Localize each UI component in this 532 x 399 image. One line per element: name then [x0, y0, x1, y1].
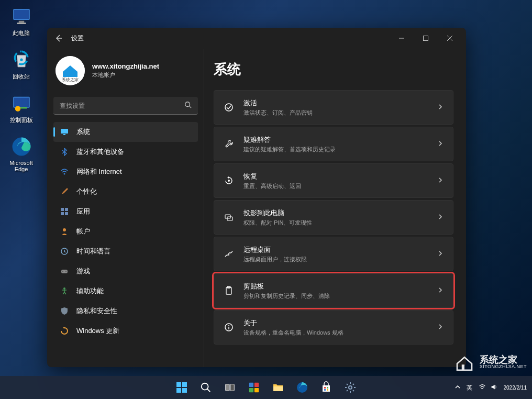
settings-taskbar-button[interactable] [340, 377, 361, 398]
watermark-url: XITONGZHIJIA.NET [480, 364, 527, 369]
svg-rect-49 [230, 384, 234, 391]
svg-rect-44 [176, 388, 181, 393]
chevron-right-icon [437, 286, 444, 295]
back-button[interactable] [51, 31, 66, 46]
settings-card-troubleshoot[interactable]: 疑难解答 建议的疑难解答、首选项和历史记录 [214, 127, 453, 161]
store-button[interactable] [316, 377, 337, 398]
settings-card-about[interactable]: 关于 设备规格，重命名电脑，Windows 规格 [214, 310, 453, 345]
sidebar-item-system[interactable]: 系统 [53, 122, 198, 142]
sidebar-item-windows-update[interactable]: Windows 更新 [53, 321, 198, 341]
chevron-right-icon [437, 249, 444, 259]
settings-card-remote-desktop[interactable]: 远程桌面 远程桌面用户，连接权限 [214, 237, 453, 271]
minimize-button[interactable] [390, 30, 414, 47]
desktop-icon-label: 回收站 [13, 73, 30, 81]
tray-chevron-up-icon[interactable] [455, 384, 460, 391]
svg-rect-23 [65, 208, 68, 211]
search-input[interactable] [60, 102, 184, 109]
task-view-button[interactable] [219, 377, 240, 398]
svg-rect-58 [324, 389, 326, 391]
card-subtitle: 建议的疑难解答、首选项和历史记录 [243, 146, 437, 153]
close-button[interactable] [438, 30, 462, 47]
svg-rect-20 [63, 134, 65, 135]
chevron-right-icon [437, 139, 444, 149]
svg-rect-51 [254, 383, 259, 387]
system-tray[interactable]: 英 2022/2/11 [455, 383, 527, 392]
sidebar-item-accessibility[interactable]: 辅助功能 [53, 281, 198, 301]
update-icon [60, 326, 69, 336]
clock-icon [60, 247, 69, 256]
profile[interactable]: 系统之家 www.xitongzhijia.net 本地帐户 [53, 49, 198, 95]
sidebar-item-privacy[interactable]: 隐私和安全性 [53, 301, 198, 321]
control-panel-icon [10, 92, 32, 114]
wifi-tray-icon[interactable] [479, 383, 486, 392]
desktop-icon-recycle-bin[interactable]: 回收站 [4, 49, 38, 81]
ime-indicator[interactable]: 英 [467, 384, 472, 392]
svg-rect-3 [17, 23, 26, 24]
svg-rect-41 [461, 364, 464, 370]
card-title: 疑难解答 [243, 135, 437, 145]
sidebar-item-accounts[interactable]: 帐户 [53, 221, 198, 241]
volume-tray-icon[interactable] [490, 383, 497, 392]
window-title: 设置 [71, 34, 84, 43]
profile-subtitle: 本地帐户 [92, 71, 159, 79]
chevron-right-icon [437, 213, 444, 222]
sidebar-item-gaming[interactable]: 游戏 [53, 261, 198, 281]
svg-point-46 [202, 383, 208, 390]
edge-taskbar-button[interactable] [292, 377, 313, 398]
game-icon [60, 267, 69, 276]
wifi-icon [60, 167, 69, 176]
svg-rect-53 [254, 388, 259, 392]
start-button[interactable] [171, 377, 192, 398]
card-title: 激活 [243, 98, 437, 108]
svg-rect-45 [182, 388, 187, 393]
card-title: 剪贴板 [243, 282, 437, 291]
svg-rect-6 [14, 98, 29, 107]
watermark-brand: 系统之家 [480, 355, 527, 364]
sidebar-item-time-language[interactable]: 时间和语言 [53, 241, 198, 261]
sidebar-item-label: 辅助功能 [76, 286, 104, 296]
desktop-icon-this-pc[interactable]: 此电脑 [4, 5, 38, 37]
file-explorer-button[interactable] [268, 377, 289, 398]
svg-rect-24 [61, 212, 64, 215]
svg-point-7 [15, 106, 20, 112]
card-title: 恢复 [243, 172, 437, 181]
settings-card-projecting[interactable]: 投影到此电脑 权限、配对 PIN、可发现性 [214, 200, 453, 235]
desktop-icon-edge[interactable]: Microsoft Edge [4, 136, 38, 172]
desktop-icon-control-panel[interactable]: 控制面板 [4, 92, 38, 124]
desktop-icon-label: 控制面板 [10, 116, 33, 124]
watermark: 系统之家 XITONGZHIJIA.NET [453, 351, 527, 373]
desktop-icon-label: 此电脑 [13, 29, 30, 37]
svg-rect-28 [61, 270, 68, 273]
tray-date[interactable]: 2022/2/11 [504, 385, 527, 391]
widgets-button[interactable] [243, 377, 264, 398]
svg-point-21 [64, 173, 65, 175]
sidebar-item-network[interactable]: 网络和 Internet [53, 162, 198, 182]
svg-rect-57 [327, 387, 328, 389]
profile-name: www.xitongzhijia.net [92, 62, 159, 70]
svg-line-18 [190, 106, 192, 108]
sidebar: 系统之家 www.xitongzhijia.net 本地帐户 系统蓝牙和其他设备… [47, 49, 204, 367]
settings-card-clipboard[interactable]: 剪贴板 剪切和复制历史记录、同步、清除 [214, 273, 453, 308]
sidebar-item-label: 网络和 Internet [76, 167, 122, 176]
sidebar-item-apps[interactable]: 应用 [53, 202, 198, 221]
sidebar-item-personalization[interactable]: 个性化 [53, 182, 198, 202]
chevron-right-icon [437, 103, 444, 112]
avatar: 系统之家 [56, 56, 85, 85]
edge-icon [10, 136, 32, 158]
chevron-right-icon [437, 323, 444, 332]
check-icon [224, 102, 234, 113]
sidebar-item-label: 帐户 [76, 227, 90, 236]
maximize-button[interactable] [414, 30, 438, 47]
settings-card-recovery[interactable]: 恢复 重置、高级启动、返回 [214, 163, 453, 198]
search-box[interactable] [53, 97, 198, 115]
sidebar-item-bluetooth[interactable]: 蓝牙和其他设备 [53, 142, 198, 162]
svg-point-60 [349, 386, 352, 389]
svg-point-31 [63, 287, 65, 290]
svg-rect-59 [327, 389, 328, 391]
info-icon [224, 322, 234, 332]
brush-icon [60, 187, 69, 196]
search-taskbar-button[interactable] [195, 377, 216, 398]
settings-card-activation[interactable]: 激活 激活状态、订阅、产品密钥 [214, 90, 453, 125]
bluetooth-icon [60, 147, 69, 157]
recovery-icon [224, 175, 234, 186]
